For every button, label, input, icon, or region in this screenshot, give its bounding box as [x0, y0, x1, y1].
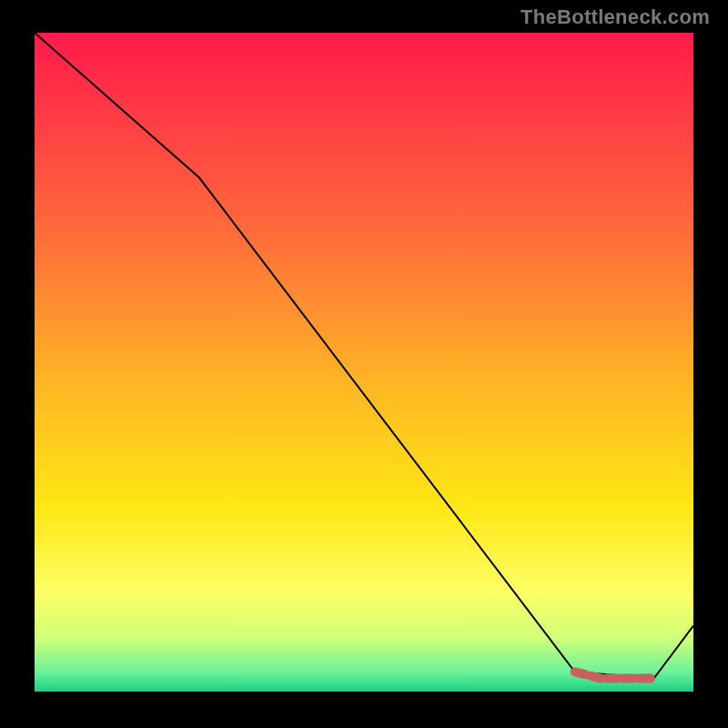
chart-container: TheBottleneck.com — [0, 0, 728, 728]
attribution-text: TheBottleneck.com — [521, 5, 710, 29]
gradient-background — [35, 33, 693, 692]
chart-plot — [35, 33, 693, 692]
